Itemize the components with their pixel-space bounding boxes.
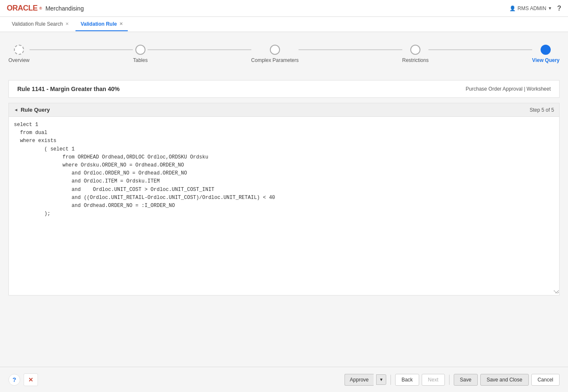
step-label-overview: Overview	[8, 57, 30, 63]
wizard-step-tables[interactable]: Tables	[133, 45, 148, 63]
user-icon: 👤	[509, 5, 516, 11]
app-name: Merchandising	[46, 5, 84, 12]
app-header: ORACLE ® Merchandising 👤 RMS ADMIN ▼ ?	[0, 0, 568, 17]
step-label-tables: Tables	[133, 57, 148, 63]
resize-handle: ⤡	[553, 289, 558, 294]
wizard-steps: Overview Tables Complex Parameters Restr…	[8, 40, 560, 67]
rule-header: Rule 1141 - Margin Greater than 40% Purc…	[8, 80, 560, 98]
step-circle-tables	[135, 45, 145, 55]
collapse-icon[interactable]: ◄	[14, 107, 18, 112]
oracle-trademark: ®	[39, 6, 42, 11]
user-info: 👤 RMS ADMIN ▼	[509, 5, 552, 11]
step-label-restrictions: Restrictions	[402, 57, 429, 63]
step-circle-view-query	[541, 45, 551, 55]
wizard-step-complex-parameters[interactable]: Complex Parameters	[251, 45, 299, 63]
oracle-wordmark: ORACLE	[7, 4, 38, 13]
connector-2	[148, 49, 251, 50]
help-icon[interactable]: ?	[557, 5, 561, 12]
app-brand: ORACLE ® Merchandising	[7, 4, 84, 13]
tab-label-search: Validation Rule Search	[12, 21, 63, 27]
header-right: 👤 RMS ADMIN ▼ ?	[509, 5, 561, 12]
connector-3	[299, 49, 402, 50]
tab-close-rule[interactable]: ✕	[119, 22, 123, 26]
user-dropdown-icon[interactable]: ▼	[548, 6, 552, 11]
connector-1	[30, 49, 133, 50]
tab-validation-rule-search[interactable]: Validation Rule Search ✕	[7, 18, 74, 31]
step-label-view-query: View Query	[532, 57, 560, 63]
rule-query-section: ◄ Rule Query Step 5 of 5 ⤡	[8, 103, 560, 295]
rule-meta: Purchase Order Approval | Worksheet	[466, 86, 551, 92]
step-indicator: Step 5 of 5	[530, 107, 554, 113]
oracle-logo: ORACLE ®	[7, 4, 42, 13]
step-circle-restrictions	[410, 45, 420, 55]
section-header: ◄ Rule Query Step 5 of 5	[9, 103, 559, 117]
tab-validation-rule[interactable]: Validation Rule ✕	[75, 18, 128, 31]
step-circle-complex-parameters	[270, 45, 280, 55]
connector-4	[428, 49, 532, 50]
step-label-complex-parameters: Complex Parameters	[251, 57, 299, 63]
step-circle-overview	[14, 45, 24, 55]
wizard-step-view-query[interactable]: View Query	[532, 45, 560, 63]
section-title-group: ◄ Rule Query	[14, 107, 50, 113]
section-title-label: Rule Query	[21, 107, 50, 113]
wizard-step-overview[interactable]: Overview	[8, 45, 30, 63]
username: RMS ADMIN	[517, 5, 546, 11]
rule-title: Rule 1141 - Margin Greater than 40%	[17, 86, 120, 92]
tab-close-search[interactable]: ✕	[65, 22, 69, 26]
wizard-step-restrictions[interactable]: Restrictions	[402, 45, 429, 63]
query-wrapper: ⤡	[9, 117, 559, 295]
query-textarea[interactable]	[9, 117, 559, 294]
tab-label-rule: Validation Rule	[81, 21, 117, 27]
tab-bar: Validation Rule Search ✕ Validation Rule…	[0, 17, 568, 32]
main-content: Overview Tables Complex Parameters Restr…	[0, 32, 568, 367]
